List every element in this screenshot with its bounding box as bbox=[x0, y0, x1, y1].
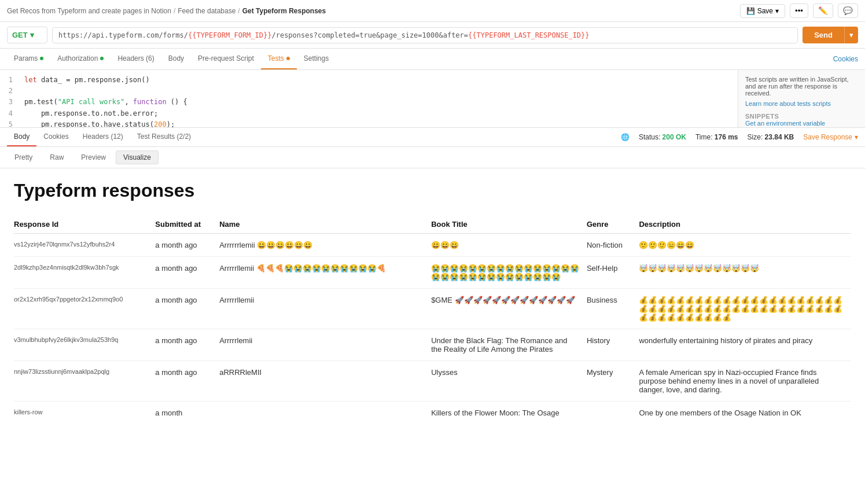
visualize-content: Typeform responses Response Id Submitted… bbox=[0, 168, 865, 481]
col-header-genre: Genre bbox=[587, 215, 639, 234]
code-line-1: let data_ = pm.response.json() bbox=[24, 75, 731, 86]
cell-name: Arrrrrrlemii 😀😀😀😀😀😀 bbox=[219, 234, 431, 257]
tab-params[interactable]: Params bbox=[7, 49, 50, 69]
cell-genre: Self-Help bbox=[587, 257, 639, 289]
cell-name: Arrrrrllemii 🍕🍕🍕😭😭😭😭😭😭😭😭😭😭🍕 bbox=[219, 257, 431, 289]
col-header-name: Name bbox=[219, 215, 431, 234]
send-chevron-button[interactable]: ▾ bbox=[844, 27, 858, 43]
url-input[interactable]: https://api.typeform.com/forms/{{TYPEFOR… bbox=[52, 27, 798, 43]
method-label: GET bbox=[12, 31, 28, 39]
request-tabs: Params Authorization Headers (6) Body Pr… bbox=[0, 49, 865, 70]
cell-genre bbox=[587, 402, 639, 425]
snippets-title: SNIPPETS bbox=[745, 113, 858, 120]
auth-dot bbox=[100, 57, 104, 60]
code-editor[interactable]: let data_ = pm.response.json() pm.test("… bbox=[17, 70, 738, 127]
response-tabs: Body Cookies Headers (12) Test Results (… bbox=[0, 128, 865, 147]
cell-id: killers-row bbox=[14, 402, 155, 425]
tests-dot bbox=[286, 57, 290, 60]
cell-desc: 💰💰💰💰💰💰💰💰💰💰💰💰💰💰💰💰💰💰💰💰💰💰💰💰💰💰💰💰💰💰💰💰💰💰💰💰💰💰💰💰… bbox=[639, 289, 851, 329]
resp-tab-headers-label: Headers (12) bbox=[83, 133, 123, 141]
table-row: nnjiw73lizsstiunnj6mvaaklpa2pqlg a month… bbox=[14, 361, 851, 402]
learn-more-link[interactable]: Learn more about tests scripts bbox=[745, 100, 858, 107]
cell-desc: A female American spy in Nazi-occupied F… bbox=[639, 361, 851, 402]
cell-book: $GME 🚀🚀🚀🚀🚀🚀🚀🚀🚀🚀🚀🚀🚀 bbox=[431, 289, 587, 329]
more-options-button[interactable]: ••• bbox=[790, 3, 808, 18]
cell-book: 😭😭😭😭😭😭😭😭😭😭😭😭😭😭😭😭😭😭😭😭😭😭😭😭😭😭😭😭😭😭 bbox=[431, 257, 587, 289]
tab-pre-request[interactable]: Pre-request Script bbox=[191, 49, 261, 69]
cell-submitted: a month bbox=[155, 402, 219, 425]
code-right-panel: Test scripts are written in JavaScript, … bbox=[738, 70, 865, 127]
save-button[interactable]: 💾 Save ▾ bbox=[740, 4, 785, 18]
cell-submitted: a month ago bbox=[155, 329, 219, 361]
cell-id: or2x12xrh95qx7ppgetor2x12xmmq9o0 bbox=[14, 289, 155, 329]
tab-authorization-label: Authorization bbox=[57, 54, 98, 62]
cell-genre: Non-fiction bbox=[587, 234, 639, 257]
body-tab-pretty[interactable]: Pretty bbox=[7, 150, 40, 164]
col-header-submitted: Submitted at bbox=[155, 215, 219, 234]
cell-submitted: a month ago bbox=[155, 361, 219, 402]
cell-desc: wonderfully entertaining history of pira… bbox=[639, 329, 851, 361]
resp-tab-cookies-label: Cookies bbox=[43, 133, 68, 141]
save-response-chevron-icon: ▾ bbox=[855, 133, 858, 141]
edit-icon-button[interactable]: ✏️ bbox=[813, 3, 833, 18]
resp-tab-test-results[interactable]: Test Results (2/2) bbox=[130, 128, 198, 146]
code-line-2 bbox=[24, 86, 731, 97]
save-label: Save bbox=[757, 7, 773, 15]
breadcrumb-part1: Get Recos from Typeform and create pages… bbox=[7, 7, 171, 15]
cell-id: 2dl9kzhp3ez4nmisqtk2dl9kw3bh7sgk bbox=[14, 257, 155, 289]
cell-name: Arrrrrlemii bbox=[219, 329, 431, 361]
tab-pre-request-label: Pre-request Script bbox=[198, 54, 254, 62]
cell-name: Arrrrrllemii bbox=[219, 289, 431, 329]
breadcrumb-sep2: / bbox=[238, 7, 240, 15]
tab-authorization[interactable]: Authorization bbox=[50, 49, 111, 69]
status-badge: Status: 200 OK bbox=[639, 133, 686, 141]
cell-book: Killers of the Flower Moon: The Osage bbox=[431, 402, 587, 425]
save-response-button[interactable]: Save Response ▾ bbox=[803, 133, 858, 141]
body-tab-raw[interactable]: Raw bbox=[42, 150, 71, 164]
body-tab-preview[interactable]: Preview bbox=[73, 150, 113, 164]
size-info: Size: 23.84 KB bbox=[748, 133, 794, 141]
cell-genre: Mystery bbox=[587, 361, 639, 402]
table-row: 2dl9kzhp3ez4nmisqtk2dl9kw3bh7sgk a month… bbox=[14, 257, 851, 289]
cell-genre: Business bbox=[587, 289, 639, 329]
cell-id: nnjiw73lizsstiunnj6mvaaklpa2pqlg bbox=[14, 361, 155, 402]
tab-headers-label: Headers (6) bbox=[117, 54, 154, 62]
col-header-book: Book Title bbox=[431, 215, 587, 234]
resp-tab-body[interactable]: Body bbox=[7, 128, 36, 146]
comment-icon-button[interactable]: 💬 bbox=[838, 3, 858, 18]
method-select[interactable]: GET ▾ bbox=[7, 27, 47, 43]
tab-body-label: Body bbox=[168, 54, 184, 62]
code-line-5: pm.response.to.have.status(200); bbox=[24, 119, 731, 127]
breadcrumb-part2: Feed the database bbox=[178, 7, 235, 15]
cell-book: Ulysses bbox=[431, 361, 587, 402]
cookies-link[interactable]: Cookies bbox=[833, 55, 858, 63]
tab-settings[interactable]: Settings bbox=[297, 49, 336, 69]
tab-tests[interactable]: Tests bbox=[261, 49, 297, 69]
response-status: 🌐 Status: 200 OK Time: 176 ms Size: 23.8… bbox=[621, 133, 858, 141]
method-chevron-icon: ▾ bbox=[30, 31, 34, 39]
table-row: v3mulbhubpfvy2e6lkjkv3mula253h9q a month… bbox=[14, 329, 851, 361]
code-area: 1 2 3 4 5 let data_ = pm.response.json()… bbox=[0, 70, 865, 128]
body-tab-visualize[interactable]: Visualize bbox=[116, 150, 159, 164]
save-icon: 💾 bbox=[746, 7, 755, 15]
cell-id: vs12yzirj4e70lqnmx7vs12yfbuhs2r4 bbox=[14, 234, 155, 257]
url-text: https://api.typeform.com/forms/{{TYPEFOR… bbox=[58, 31, 590, 39]
cell-book: 😀😀😀 bbox=[431, 234, 587, 257]
table-row: killers-row a month Killers of the Flowe… bbox=[14, 402, 851, 425]
save-chevron-icon: ▾ bbox=[775, 7, 779, 15]
code-line-4: pm.response.to.not.be.error; bbox=[24, 108, 731, 119]
send-button[interactable]: Send bbox=[803, 27, 844, 43]
tab-body[interactable]: Body bbox=[161, 49, 191, 69]
resp-tab-cookies[interactable]: Cookies bbox=[36, 128, 75, 146]
time-info: Time: 176 ms bbox=[695, 133, 738, 141]
cell-id: v3mulbhubpfvy2e6lkjkv3mula253h9q bbox=[14, 329, 155, 361]
resp-tab-headers[interactable]: Headers (12) bbox=[76, 128, 130, 146]
cell-name: aRRRRleMII bbox=[219, 361, 431, 402]
send-group: Send ▾ bbox=[803, 27, 858, 43]
snippets-link[interactable]: Get an environment variable bbox=[745, 120, 825, 127]
breadcrumb-active: Get Typeform Responses bbox=[242, 7, 326, 15]
response-table: Response Id Submitted at Name Book Title… bbox=[14, 215, 851, 424]
tab-headers[interactable]: Headers (6) bbox=[111, 49, 161, 69]
url-bar: GET ▾ https://api.typeform.com/forms/{{T… bbox=[0, 22, 865, 49]
top-actions: 💾 Save ▾ ••• ✏️ 💬 bbox=[740, 3, 858, 18]
